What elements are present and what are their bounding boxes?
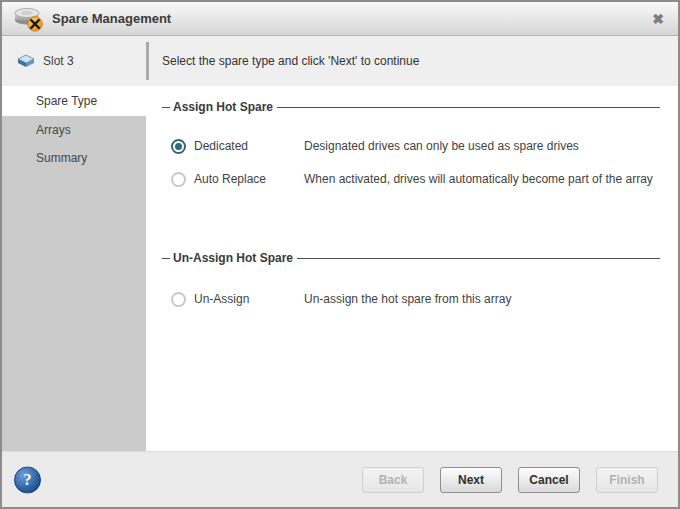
drive-tools-icon (14, 5, 44, 32)
option-row-auto-replace: Auto Replace When activated, drives will… (162, 169, 660, 189)
radio-auto-replace[interactable] (171, 172, 186, 187)
wizard-instruction: Select the spare type and click 'Next' t… (149, 36, 419, 86)
option-row-unassign: Un-Assign Un-assign the hot spare from t… (162, 289, 660, 309)
section-header-unassign: Un-Assign Hot Spare (162, 251, 660, 265)
section-rule (277, 107, 660, 108)
back-button[interactable]: Back (362, 467, 424, 493)
wizard-steps-sidebar: Spare Type Arrays Summary (2, 86, 146, 451)
help-icon[interactable]: ? (14, 466, 41, 493)
sidebar-item-label: Arrays (36, 123, 71, 137)
section-rule (297, 258, 660, 259)
option-label: Un-Assign (194, 292, 304, 306)
device-area: Slot 3 (2, 36, 146, 86)
sidebar-item-label: Summary (36, 151, 87, 165)
radio-unassign[interactable] (171, 292, 186, 307)
finish-button[interactable]: Finish (596, 467, 658, 493)
controller-icon (16, 53, 36, 69)
next-button[interactable]: Next (440, 467, 502, 493)
sub-header: Slot 3 Select the spare type and click '… (2, 36, 678, 86)
sidebar-item-summary[interactable]: Summary (2, 144, 146, 172)
content-panel: Assign Hot Spare Dedicated Designated dr… (146, 86, 678, 451)
section-rule-start (162, 258, 170, 259)
spare-management-window: Spare Management ✖ Slot 3 Select the spa… (0, 0, 680, 509)
cancel-button[interactable]: Cancel (518, 467, 580, 493)
option-description: Designated drives can only be used as sp… (304, 139, 579, 153)
section-title: Assign Hot Spare (170, 100, 277, 114)
main-area: Spare Type Arrays Summary Assign Hot Spa… (2, 86, 678, 451)
option-row-dedicated: Dedicated Designated drives can only be … (162, 136, 660, 156)
sidebar-item-spare-type[interactable]: Spare Type (2, 86, 146, 116)
sidebar-item-label: Spare Type (36, 94, 97, 108)
option-description: When activated, drives will automaticall… (304, 172, 653, 186)
section-rule-start (162, 107, 170, 108)
option-description: Un-assign the hot spare from this array (304, 292, 511, 306)
section-title: Un-Assign Hot Spare (170, 251, 297, 265)
close-icon[interactable]: ✖ (648, 9, 668, 29)
option-label: Auto Replace (194, 172, 304, 186)
sidebar-item-arrays[interactable]: Arrays (2, 116, 146, 144)
window-title: Spare Management (52, 11, 648, 26)
option-label: Dedicated (194, 139, 304, 153)
title-bar: Spare Management ✖ (2, 2, 678, 36)
radio-dedicated[interactable] (171, 139, 186, 154)
slot-label: Slot 3 (43, 54, 74, 68)
assign-options: Dedicated Designated drives can only be … (162, 136, 660, 189)
footer-bar: ? Back Next Cancel Finish (2, 451, 678, 507)
unassign-options: Un-Assign Un-assign the hot spare from t… (162, 289, 660, 309)
section-header-assign: Assign Hot Spare (162, 100, 660, 114)
